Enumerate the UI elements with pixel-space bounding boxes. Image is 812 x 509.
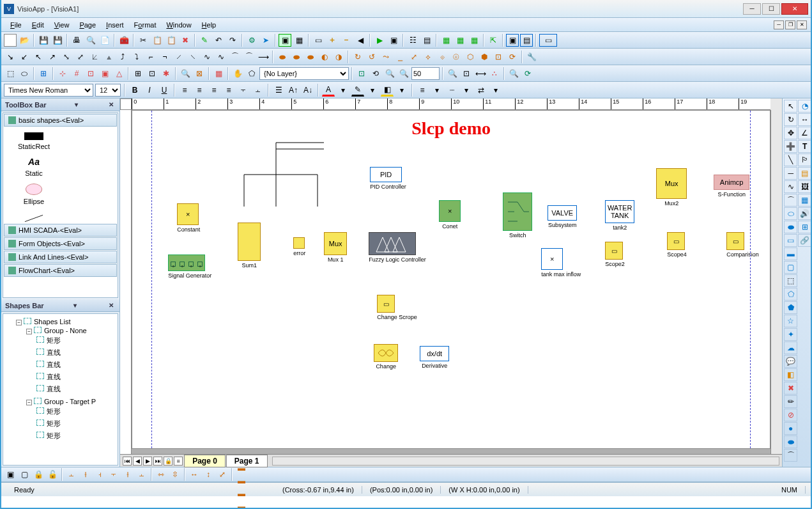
close-button[interactable]: ✕ [781,3,808,15]
fill4-icon[interactable]: ◐ [318,51,331,63]
cut-icon[interactable]: ✂ [137,34,149,47]
dec-font-icon[interactable]: A↓ [302,84,314,97]
distv-icon[interactable]: ⇳ [169,468,181,481]
lay2-icon[interactable]: ⊡ [146,67,158,80]
refresh-icon[interactable]: ⟳ [521,67,534,80]
undo-icon[interactable]: ↶ [212,34,225,47]
unlock-icon[interactable]: 🔓 [46,468,59,481]
amid-icon[interactable]: ⫲ [121,468,134,481]
block-derivative[interactable]: dx/dtDerivative [420,346,449,369]
block-tankmax[interactable]: ×tank max inflow [541,248,581,278]
block-error[interactable]: error [293,237,305,256]
callout-icon[interactable]: 💬 [784,355,797,368]
copy-icon[interactable]: 📋 [151,34,164,47]
left-icon[interactable]: ◀ [354,34,367,47]
conn16-icon[interactable]: ∿ [215,51,227,63]
align-justify-icon[interactable]: ≡ [222,84,235,97]
block-conet[interactable]: ×Conet [439,200,461,230]
block-comparison[interactable]: ▭Comparision [726,232,759,258]
filled-ellipse-icon[interactable]: ⬬ [784,221,797,233]
layer1-icon[interactable]: ▦ [212,67,225,80]
conn1-icon[interactable]: ↘ [4,51,17,63]
ellipse2-icon[interactable]: ⬭ [784,207,797,220]
snap2-icon[interactable]: # [70,67,83,80]
cloud-icon[interactable]: ☁ [784,341,797,354]
align-extra-icon[interactable]: ▬ [235,500,248,509]
toolbox-cat-link[interactable]: Link And Lines-<Eval> [4,251,117,263]
maximize-button[interactable]: ☐ [762,3,780,15]
conn4-icon[interactable]: ↗ [46,51,59,63]
redo-icon[interactable]: ↷ [226,34,239,47]
arrow-icon[interactable]: ➤ [259,34,272,47]
dash-icon[interactable]: ┈ [445,84,458,97]
op11-icon[interactable]: ⊡ [492,51,505,63]
rect-icon[interactable]: ▭ [312,34,325,47]
lock2-icon[interactable]: 🔒 [32,468,45,481]
lock-icon[interactable]: ⊠ [193,67,206,80]
toolbox-cat-basic[interactable]: basic shapes-<Eval> [4,114,117,127]
zoom-x-icon[interactable]: 🔍 [507,67,520,80]
hand-icon[interactable]: ✋ [231,67,244,80]
spray-icon[interactable]: ⊘ [784,409,797,421]
link-icon[interactable]: 🔗 [798,234,811,247]
conn7-icon[interactable]: ⟀ [88,51,101,63]
align-top-icon[interactable]: ⫟ [237,84,250,97]
block-mux1[interactable]: MuxMux 1 [324,232,347,263]
zoom1-icon[interactable]: 🔍 [179,67,192,80]
chevron-down-icon[interactable]: ▾ [337,84,349,97]
layout-icon[interactable]: ▦ [293,34,305,47]
conn15-icon[interactable]: ∿ [201,51,213,63]
flag-icon[interactable]: 🏳 [798,153,811,166]
tab-page0[interactable]: Page 0 [184,455,226,467]
select-icon[interactable]: ⬚ [4,67,17,80]
block-tank[interactable]: WATER TANKtank2 [605,200,634,231]
tree-item[interactable]: 矩形 [26,418,115,430]
note-icon[interactable]: ▤ [798,167,811,180]
tab-page1[interactable]: Page 1 [226,455,268,467]
samesize-icon[interactable]: ⤢ [216,468,229,481]
filled-rect-icon[interactable]: ▬ [784,247,797,260]
fill2-icon[interactable]: ⬬ [290,51,303,63]
menu-help[interactable]: Help [197,19,222,31]
plus-icon[interactable]: ➕ [784,140,797,153]
tree-item[interactable]: 直线 [26,347,115,359]
pin-icon[interactable]: ▾ [72,302,79,309]
grid3-icon[interactable]: ▦ [468,34,480,47]
new-icon[interactable]: ▫ [4,34,17,47]
block-change-scope[interactable]: ▭Change Scrope [377,295,417,320]
brush-icon[interactable]: ✎ [198,34,211,47]
rot-icon[interactable]: ↻ [784,113,797,126]
conn3-icon[interactable]: ↖ [32,51,45,63]
preview-icon[interactable]: 🔍 [84,34,97,47]
aleft-icon[interactable]: ⫠ [65,468,78,481]
tree-item[interactable]: 直线 [26,371,115,383]
add-icon[interactable]: ＋ [326,34,339,47]
meas-icon[interactable]: ↔ [798,113,811,126]
tool-icon[interactable]: 🔧 [525,51,538,63]
op9-icon[interactable]: ⬡ [464,51,477,63]
menu-insert[interactable]: Insert [101,19,129,31]
paste-icon[interactable]: 📋 [165,34,178,47]
text-icon[interactable]: T [798,140,811,153]
rect2-icon[interactable]: ▭ [784,234,797,247]
mdi-restore[interactable]: ❐ [785,20,795,29]
round-icon[interactable]: ▢ [784,261,797,274]
poly-icon[interactable]: ⬠ [784,288,797,301]
arrow-style-icon[interactable]: ⇄ [475,84,487,97]
run-icon[interactable]: ⚙ [245,34,258,47]
pin-icon[interactable]: ▾ [73,101,80,108]
img-icon[interactable]: 🖼 [798,180,811,193]
curve-icon[interactable]: ∿ [784,180,797,193]
toolbox-cat-hmi[interactable]: HMI SCADA-<Eval> [4,224,117,237]
disth-icon[interactable]: ⇿ [155,468,167,481]
canvas[interactable]: Slcp demo [132,110,770,454]
fit1-icon[interactable]: ⊡ [355,67,368,80]
open-icon[interactable]: 📂 [18,34,31,47]
op7-icon[interactable]: ⟐ [436,51,448,63]
conn10-icon[interactable]: ⤵ [130,51,143,63]
conn9-icon[interactable]: ⤴ [116,51,129,63]
tab-prev[interactable]: ◀ [133,457,142,466]
scrollbar-v[interactable] [770,110,782,454]
menu-window[interactable]: Window [161,19,196,31]
chevron-down-icon[interactable]: ▾ [431,84,443,97]
